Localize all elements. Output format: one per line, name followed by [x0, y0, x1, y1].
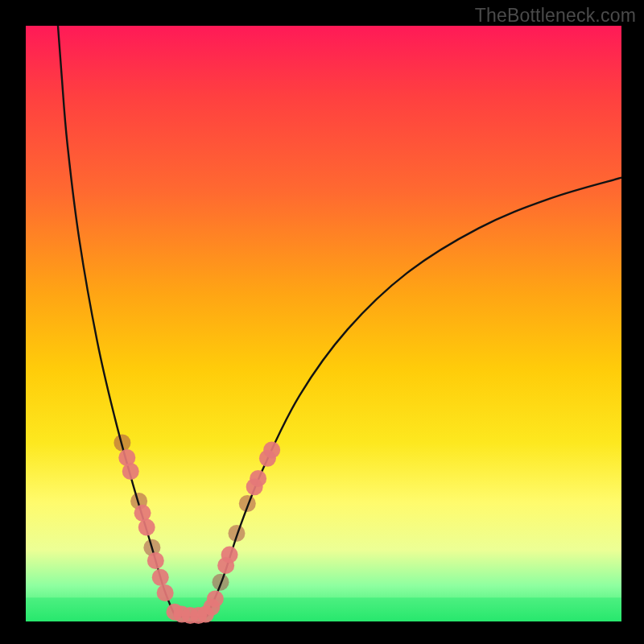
data-point: [207, 590, 224, 607]
data-point: [138, 519, 155, 536]
data-point: [157, 584, 174, 601]
chart-container: TheBottleneck.com: [0, 0, 644, 644]
data-point: [250, 470, 266, 487]
data-point: [122, 463, 139, 480]
watermark-text: TheBottleneck.com: [475, 5, 636, 27]
data-point: [263, 441, 280, 458]
data-point: [134, 505, 151, 522]
data-point: [147, 552, 164, 569]
data-point: [152, 569, 169, 586]
data-points-front: [26, 26, 621, 621]
plot-area: [26, 26, 621, 621]
data-point: [221, 547, 238, 564]
